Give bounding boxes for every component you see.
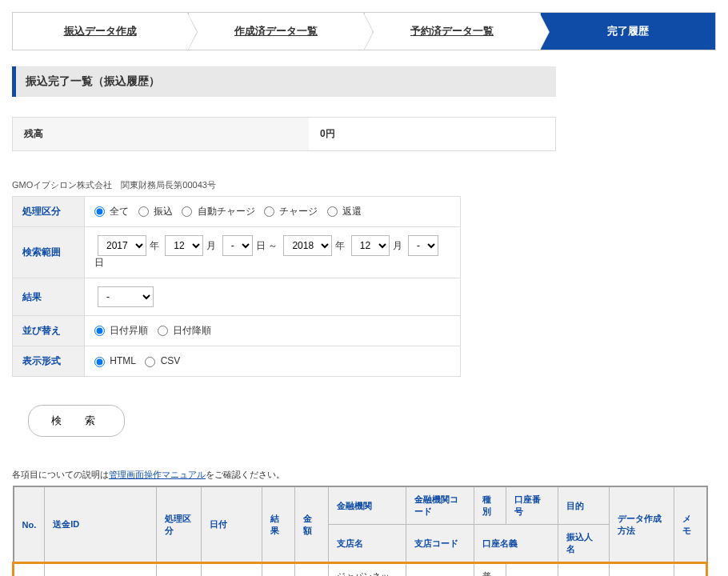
cell-bank: ジャパンネット銀行: [328, 563, 406, 577]
balance-label: 残高: [13, 118, 309, 150]
col-method: データ作成方法: [610, 486, 674, 563]
col-no: No.: [14, 486, 45, 563]
cell-result: 削除: [262, 563, 294, 577]
select-to-day[interactable]: -: [408, 235, 438, 256]
cell-bank-code: 0033: [406, 563, 474, 577]
filter-format-options: HTML CSV: [85, 346, 461, 377]
cell-date: 2018/05/18: [202, 563, 262, 577]
cell-method: 管理画面: [610, 563, 674, 577]
radio-return[interactable]: 返還: [327, 206, 362, 217]
col-branch-code: 支店コード: [406, 525, 474, 563]
filter-range-controls: 2017年 12月 -日 ～ 2018年 12月 -日: [85, 227, 461, 278]
cell-memo: [674, 563, 707, 577]
col-process: 処理区分: [156, 486, 202, 563]
select-from-month[interactable]: 12: [165, 235, 203, 256]
col-id: 送金ID: [45, 486, 157, 563]
table-row: 1 M20180516000030720J 送金 2018/05/18 削除 1…: [14, 563, 707, 577]
radio-format-html[interactable]: HTML: [94, 355, 136, 366]
manual-link[interactable]: 管理画面操作マニュアル: [109, 470, 206, 479]
col-bank-code: 金融機関コード: [406, 486, 474, 525]
select-from-year[interactable]: 2017: [98, 235, 146, 256]
select-to-month[interactable]: 12: [351, 235, 390, 256]
select-result[interactable]: -: [98, 286, 154, 307]
col-bank: 金融機関: [328, 486, 406, 525]
col-amount: 金額: [294, 486, 328, 563]
col-date: 日付: [202, 486, 262, 563]
cell-type: 普通: [474, 563, 506, 577]
cell-no: 1: [14, 563, 45, 577]
col-result: 結果: [262, 486, 294, 563]
help-note: 各項目についての説明は管理画面操作マニュアルをご確認ください。: [12, 469, 716, 481]
results-table: No. 送金ID 処理区分 日付 結果 金額 金融機関 金融機関コード 種別 口…: [12, 486, 708, 576]
cell-id: M20180516000030720J: [45, 563, 157, 577]
col-purpose: 目的: [558, 486, 610, 525]
radio-all[interactable]: 全て: [94, 206, 129, 217]
select-from-day[interactable]: -: [222, 235, 253, 256]
cell-purpose: 仕入れ: [558, 563, 610, 577]
radio-sort-desc[interactable]: 日付降順: [158, 325, 211, 336]
filter-label-format: 表示形式: [13, 346, 85, 377]
col-transfer-name: 振込人名: [558, 525, 610, 563]
filter-label-process: 処理区分: [13, 197, 85, 227]
radio-auto-charge[interactable]: 自動チャージ: [182, 206, 254, 217]
col-account-name: 口座名義: [474, 525, 558, 563]
filter-label-range: 検索範囲: [13, 227, 85, 278]
col-branch: 支店名: [328, 525, 406, 563]
cell-account-no: 1234567: [506, 563, 558, 577]
filter-sort-options: 日付昇順 日付降順: [85, 316, 461, 346]
col-memo: メモ: [674, 486, 707, 563]
section-title: 振込完了一覧（振込履歴）: [12, 66, 556, 97]
tab-create[interactable]: 振込データ作成: [12, 12, 188, 50]
col-type: 種別: [474, 486, 506, 525]
balance-value: 0円: [309, 118, 555, 150]
tab-created-list[interactable]: 作成済データ一覧: [188, 12, 364, 50]
cell-amount: 100: [294, 563, 328, 577]
filter-label-result: 結果: [13, 278, 85, 316]
select-to-year[interactable]: 2018: [283, 235, 332, 256]
tab-bar: 振込データ作成 作成済データ一覧 予約済データ一覧 完了履歴: [12, 12, 716, 50]
radio-transfer[interactable]: 振込: [138, 206, 173, 217]
tab-history[interactable]: 完了履歴: [540, 12, 716, 50]
filter-label-sort: 並び替え: [13, 316, 85, 346]
search-button[interactable]: 検 索: [28, 405, 125, 437]
cell-process: 送金: [156, 563, 202, 577]
radio-sort-asc[interactable]: 日付昇順: [94, 325, 148, 336]
col-account-no: 口座番号: [506, 486, 558, 525]
balance-row: 残高 0円: [12, 117, 556, 151]
radio-charge[interactable]: チャージ: [264, 206, 318, 217]
radio-format-csv[interactable]: CSV: [145, 355, 180, 366]
company-info: GMOイプシロン株式会社 関東財務局長第00043号: [12, 179, 716, 191]
filter-table: 処理区分 全て 振込 自動チャージ チャージ 返還 検索範囲 2017年 12月…: [12, 196, 461, 377]
filter-result-control: -: [85, 278, 461, 316]
filter-process-options: 全て 振込 自動チャージ チャージ 返還: [85, 197, 461, 227]
tab-reserved-list[interactable]: 予約済データ一覧: [364, 12, 540, 50]
